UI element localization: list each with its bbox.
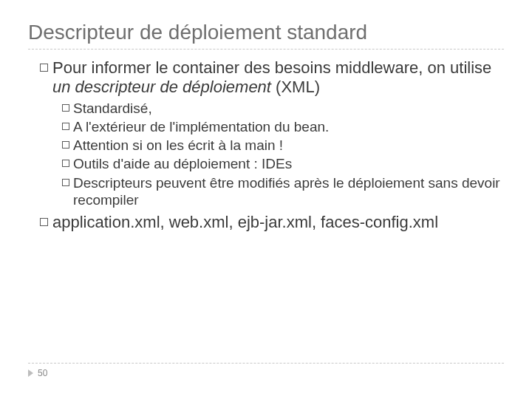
square-bullet-icon: [40, 218, 48, 226]
intro-suffix: (XML): [271, 78, 320, 96]
bullet-level1-files: application.xml, web.xml, ejb-jar.xml, f…: [40, 213, 504, 232]
bullet-level1-intro: Pour informer le container des besoins m…: [40, 58, 504, 97]
sub-bullet-exterieur: A l'extérieur de l'implémentation du bea…: [62, 118, 504, 135]
intro-prefix: Pour informer le container des besoins m…: [52, 58, 491, 77]
slide-body: Pour informer le container des besoins m…: [28, 58, 504, 232]
slide-title: Descripteur de déploiement standard: [28, 21, 504, 44]
triangle-icon: [28, 369, 33, 377]
sub-bullet-attention: Attention si on les écrit à la main !: [62, 137, 504, 154]
square-bullet-icon: [62, 141, 69, 149]
sub-bullet-group: Standardisé, A l'extérieur de l'implémen…: [40, 100, 504, 208]
bullet-text: Pour informer le container des besoins m…: [52, 58, 504, 97]
square-bullet-icon: [62, 179, 69, 186]
divider-top: [28, 49, 504, 50]
sub-bullet-text: Standardisé,: [73, 100, 504, 117]
sub-bullet-text: A l'extérieur de l'implémentation du bea…: [73, 118, 504, 135]
page-number: 50: [38, 368, 47, 378]
square-bullet-icon: [62, 123, 69, 130]
slide-footer: 50: [28, 363, 504, 378]
square-bullet-icon: [40, 64, 48, 72]
divider-bottom: [28, 363, 504, 364]
intro-italic: un descripteur de déploiement: [52, 78, 271, 96]
footer-inner: 50: [28, 368, 504, 378]
square-bullet-icon: [62, 160, 69, 167]
sub-bullet-outils: Outils d'aide au déploiement : IDEs: [62, 155, 504, 172]
sub-bullet-descripteurs: Descripteurs peuvent être modifiés après…: [62, 174, 504, 208]
sub-bullet-text: Outils d'aide au déploiement : IDEs: [73, 155, 504, 172]
sub-bullet-text: Attention si on les écrit à la main !: [73, 137, 504, 154]
slide: Descripteur de déploiement standard Pour…: [0, 0, 532, 399]
sub-bullet-standardise: Standardisé,: [62, 100, 504, 117]
sub-bullet-text: Descripteurs peuvent être modifiés après…: [73, 174, 504, 208]
square-bullet-icon: [62, 104, 69, 112]
bullet-text: application.xml, web.xml, ejb-jar.xml, f…: [52, 213, 504, 232]
